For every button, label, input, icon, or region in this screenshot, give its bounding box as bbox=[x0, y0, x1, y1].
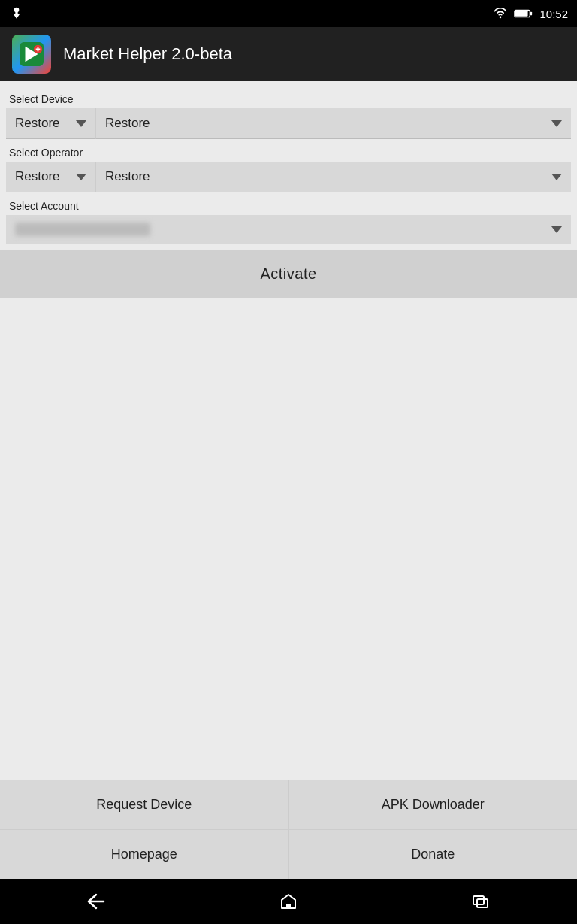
svg-rect-3 bbox=[515, 11, 528, 16]
device-restore-1: Restore bbox=[15, 116, 60, 131]
form-section: Select Device Restore Restore Select Ope… bbox=[0, 81, 577, 250]
download-icon bbox=[9, 6, 24, 21]
device-dropdown-row: Restore Restore bbox=[6, 108, 571, 139]
operator-arrow-left bbox=[76, 174, 86, 180]
app-icon bbox=[12, 35, 51, 74]
account-field[interactable] bbox=[6, 215, 571, 244]
app-title: Market Helper 2.0-beta bbox=[63, 44, 232, 64]
battery-icon bbox=[514, 8, 533, 19]
status-bar: 10:52 bbox=[0, 0, 577, 27]
svg-rect-4 bbox=[530, 12, 533, 16]
recent-button[interactable] bbox=[458, 886, 503, 916]
bottom-row-1: Request Device APK Downloader bbox=[0, 780, 577, 829]
operator-dropdown-right[interactable]: Restore bbox=[96, 162, 571, 192]
wifi-icon bbox=[493, 8, 508, 20]
svg-rect-10 bbox=[477, 899, 488, 907]
back-button[interactable] bbox=[74, 886, 119, 916]
content-spacer bbox=[0, 298, 577, 780]
status-right: 10:52 bbox=[493, 8, 568, 20]
device-dropdown-right[interactable]: Restore bbox=[96, 108, 571, 139]
status-left bbox=[9, 6, 24, 21]
operator-dropdown-left[interactable]: Restore bbox=[6, 162, 96, 192]
time-display: 10:52 bbox=[539, 8, 568, 20]
select-operator-label: Select Operator bbox=[6, 141, 571, 162]
activate-button[interactable]: Activate bbox=[0, 250, 577, 298]
select-account-label: Select Account bbox=[6, 194, 571, 215]
svg-rect-9 bbox=[473, 896, 484, 904]
device-dropdown-left[interactable]: Restore bbox=[6, 108, 96, 139]
svg-point-1 bbox=[500, 17, 502, 19]
app-bar: Market Helper 2.0-beta bbox=[0, 27, 577, 81]
operator-restore-1: Restore bbox=[15, 169, 60, 184]
device-arrow-left bbox=[76, 120, 86, 127]
device-restore-2: Restore bbox=[105, 116, 150, 131]
nav-bar bbox=[0, 879, 577, 924]
operator-dropdown-row: Restore Restore bbox=[6, 162, 571, 192]
bottom-buttons: Request Device APK Downloader Homepage D… bbox=[0, 780, 577, 879]
operator-restore-2: Restore bbox=[105, 169, 150, 184]
account-blurred-value bbox=[15, 223, 150, 236]
request-device-button[interactable]: Request Device bbox=[0, 780, 289, 829]
apk-downloader-button[interactable]: APK Downloader bbox=[289, 780, 578, 829]
svg-rect-8 bbox=[286, 904, 291, 908]
bottom-row-2: Homepage Donate bbox=[0, 829, 577, 879]
home-button[interactable] bbox=[266, 886, 311, 916]
donate-button[interactable]: Donate bbox=[289, 830, 578, 879]
main-content: Select Device Restore Restore Select Ope… bbox=[0, 81, 577, 879]
homepage-button[interactable]: Homepage bbox=[0, 830, 289, 879]
device-arrow-right bbox=[551, 120, 562, 127]
operator-arrow-right bbox=[551, 174, 562, 180]
account-arrow bbox=[551, 226, 562, 233]
select-device-label: Select Device bbox=[6, 87, 571, 108]
